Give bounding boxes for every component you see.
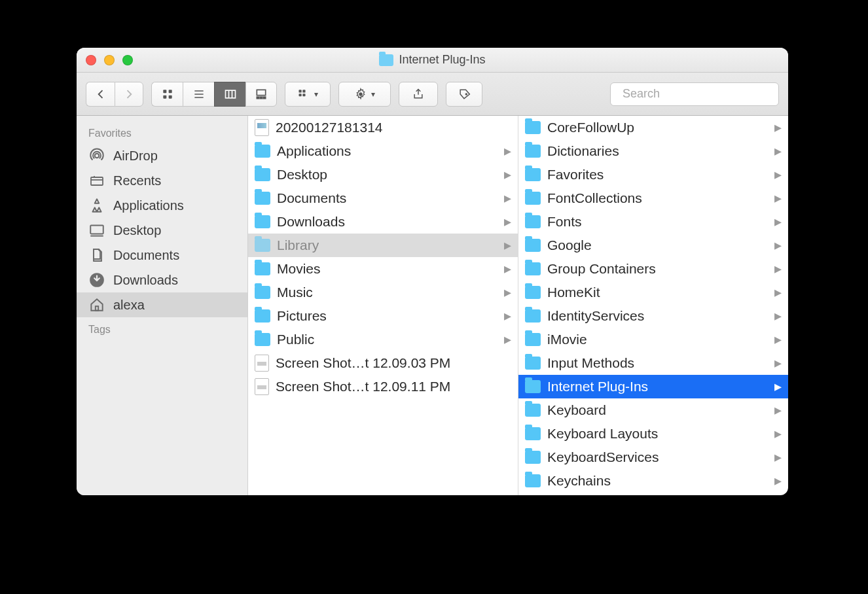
forward-button[interactable] — [115, 82, 143, 107]
list-view-button[interactable] — [183, 82, 214, 107]
sidebar-item-downloads[interactable]: Downloads — [77, 268, 247, 292]
chevron-right-icon: ▸ — [504, 237, 511, 254]
traffic-lights — [86, 55, 133, 65]
sidebar-item-airdrop[interactable]: AirDrop — [77, 143, 247, 168]
chevron-right-icon: ▸ — [774, 331, 782, 348]
chevron-right-icon: ▸ — [774, 425, 782, 442]
toolbar: ▾ ▾ — [77, 73, 788, 116]
sidebar-item-applications[interactable]: Applications — [77, 193, 247, 218]
list-item[interactable]: Input Methods▸ — [518, 351, 788, 375]
item-label: Input Methods — [547, 355, 634, 371]
list-item[interactable]: Documents▸ — [248, 186, 518, 210]
sidebar-item-recents[interactable]: Recents — [77, 168, 247, 193]
svg-point-19 — [465, 94, 467, 95]
list-item[interactable]: Library▸ — [248, 234, 518, 257]
chevron-right-icon: ▸ — [774, 213, 782, 230]
sidebar-item-desktop[interactable]: Desktop — [77, 218, 247, 243]
list-item[interactable]: iMovie▸ — [518, 328, 788, 351]
list-item[interactable]: Desktop▸ — [248, 163, 518, 186]
column-0[interactable]: 20200127181314Applications▸Desktop▸Docum… — [248, 116, 518, 495]
list-item[interactable]: 20200127181314 — [248, 116, 518, 139]
search-field[interactable] — [610, 82, 779, 106]
list-item[interactable]: Internet Plug-Ins▸ — [518, 375, 788, 398]
item-label: Public — [277, 332, 314, 347]
chevron-right-icon: ▸ — [504, 307, 511, 324]
item-label: Google — [547, 237, 592, 253]
list-item[interactable]: Keyboard Layouts▸ — [518, 422, 788, 446]
view-group — [151, 82, 277, 107]
image-file-icon — [255, 355, 269, 372]
svg-rect-13 — [263, 97, 265, 99]
sidebar-item-label: Desktop — [113, 223, 161, 238]
desktop-icon — [88, 222, 105, 239]
list-item[interactable]: Public▸ — [248, 328, 518, 351]
back-button[interactable] — [86, 82, 115, 107]
list-item[interactable]: Dictionaries▸ — [518, 139, 788, 163]
airdrop-icon — [88, 147, 105, 164]
share-button[interactable] — [399, 82, 438, 107]
folder-icon — [255, 145, 270, 158]
action-button[interactable]: ▾ — [338, 82, 391, 107]
list-item[interactable]: Screen Shot…t 12.09.03 PM — [248, 351, 518, 375]
list-item[interactable]: Applications▸ — [248, 139, 518, 163]
list-item[interactable]: FontCollections▸ — [518, 186, 788, 210]
list-item[interactable]: IdentityServices▸ — [518, 304, 788, 328]
list-item[interactable]: Movies▸ — [248, 257, 518, 281]
column-view-button[interactable] — [214, 82, 245, 107]
list-item[interactable]: KeyboardServices▸ — [518, 446, 788, 469]
chevron-right-icon: ▸ — [504, 260, 511, 277]
folder-icon — [255, 239, 270, 252]
icon-view-button[interactable] — [151, 82, 183, 107]
svg-point-22 — [95, 154, 99, 158]
folder-icon — [255, 262, 270, 275]
column-1[interactable]: CoreFollowUp▸Dictionaries▸Favorites▸Font… — [518, 116, 788, 495]
list-item[interactable]: Fonts▸ — [518, 210, 788, 234]
zoom-window-button[interactable] — [122, 55, 133, 65]
list-item[interactable]: Keychains▸ — [518, 469, 788, 493]
minimize-window-button[interactable] — [104, 55, 115, 65]
svg-rect-0 — [163, 90, 166, 93]
column-browser: 20200127181314Applications▸Desktop▸Docum… — [248, 116, 788, 495]
item-label: Pictures — [277, 308, 327, 324]
sidebar-item-label: alexa — [113, 298, 145, 313]
svg-rect-14 — [299, 90, 302, 92]
action-group: ▾ — [338, 82, 391, 107]
chevron-right-icon: ▸ — [774, 284, 782, 301]
chevron-right-icon: ▸ — [504, 143, 511, 160]
list-item[interactable]: Keyboard▸ — [518, 398, 788, 422]
group-by-button[interactable]: ▾ — [285, 82, 331, 107]
window-body: Favorites AirDropRecentsApplicationsDesk… — [77, 116, 788, 495]
chevron-right-icon: ▸ — [774, 119, 782, 136]
search-input[interactable] — [623, 87, 774, 101]
list-item[interactable]: Favorites▸ — [518, 163, 788, 186]
item-label: Screen Shot…t 12.09.11 PM — [276, 379, 450, 394]
list-item[interactable]: Music▸ — [248, 281, 518, 304]
list-item[interactable]: Google▸ — [518, 234, 788, 257]
sidebar-item-alexa[interactable]: alexa — [77, 292, 247, 317]
list-item[interactable]: Downloads▸ — [248, 210, 518, 234]
item-label: KeyboardServices — [547, 449, 659, 465]
list-item[interactable]: Group Containers▸ — [518, 257, 788, 281]
folder-icon — [525, 309, 541, 323]
chevron-right-icon: ▸ — [774, 166, 782, 183]
sidebar-item-documents[interactable]: Documents — [77, 243, 247, 268]
edit-tags-button[interactable] — [446, 82, 482, 107]
chevron-right-icon: ▸ — [774, 449, 782, 466]
list-item[interactable]: CoreFollowUp▸ — [518, 116, 788, 139]
list-item[interactable]: Screen Shot…t 12.09.11 PM — [248, 375, 518, 398]
file-icon — [255, 119, 269, 136]
svg-rect-7 — [225, 90, 235, 98]
item-label: Dictionaries — [547, 143, 619, 159]
svg-rect-23 — [91, 177, 103, 185]
window-title: Internet Plug-Ins — [379, 53, 485, 67]
item-label: Keyboard — [547, 402, 606, 418]
folder-icon — [525, 427, 541, 440]
list-item[interactable]: Pictures▸ — [248, 304, 518, 328]
folder-icon — [525, 357, 541, 370]
list-item[interactable]: HomeKit▸ — [518, 281, 788, 304]
gallery-view-button[interactable] — [245, 82, 277, 107]
folder-icon — [525, 404, 541, 417]
sidebar-item-label: Documents — [113, 248, 179, 263]
close-window-button[interactable] — [86, 55, 96, 65]
item-label: IdentityServices — [547, 308, 644, 324]
